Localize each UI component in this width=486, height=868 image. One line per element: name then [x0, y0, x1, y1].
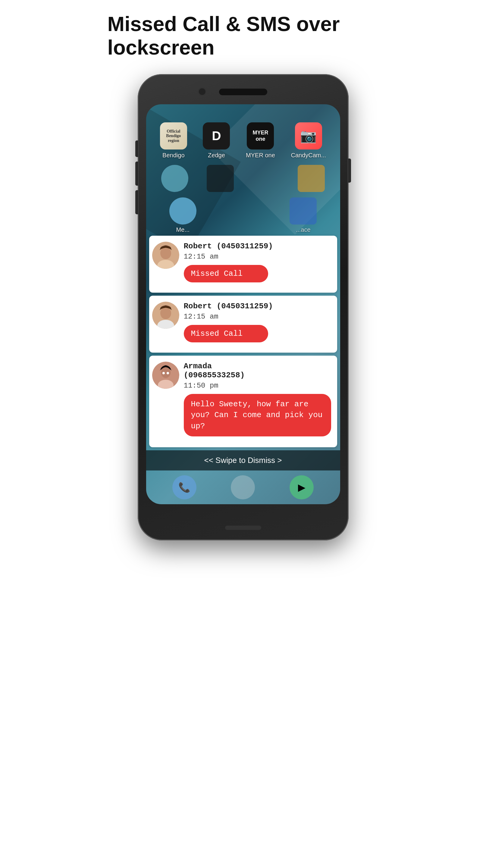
svg-point-7 — [161, 367, 170, 378]
mid-app-2[interactable]: ...ace — [290, 197, 317, 233]
volume-up-button — [135, 161, 138, 186]
volume-silent-button — [135, 141, 138, 157]
notif-2-time: 12:15 am — [184, 313, 331, 321]
dock-other[interactable]: ▶ — [290, 475, 314, 499]
svg-point-1 — [160, 247, 171, 259]
avatar-robert-1 — [152, 242, 179, 269]
notif-1-name: Robert (0450311259) — [184, 242, 331, 251]
phone-speaker — [219, 89, 267, 95]
mid-icon-4[interactable] — [298, 165, 325, 192]
notification-card-3[interactable]: Armada (09685533258) 11:50 pm Hello Swee… — [149, 355, 337, 447]
bendigo-label: Bendigo — [162, 152, 184, 159]
svg-point-10 — [167, 372, 169, 374]
notifications-container: Robert (0450311259) 12:15 am Missed Call — [146, 236, 340, 447]
swipe-dismiss-bar[interactable]: << Swipe to Dismiss > — [146, 450, 340, 470]
notif-3-time: 11:50 pm — [184, 381, 331, 390]
notif-2-name: Robert (0450311259) — [184, 302, 331, 311]
notif-2-content: Robert (0450311259) 12:15 am Missed Call — [184, 302, 331, 352]
notif-1-content: Robert (0450311259) 12:15 am Missed Call — [184, 242, 331, 293]
app-icon-bendigo[interactable]: OfficialBendigoregion Bendigo — [160, 122, 187, 159]
mid-spacer — [231, 197, 255, 233]
mid-app-1[interactable]: Me... — [169, 197, 196, 233]
app-icons-row: OfficialBendigoregion Bendigo D Zedge MY… — [146, 104, 340, 162]
myer-icon: MYERone — [247, 122, 274, 150]
power-button — [348, 158, 351, 183]
zedge-label: Zedge — [208, 152, 225, 159]
app-icon-zedge[interactable]: D Zedge — [203, 122, 230, 159]
phone-shell: OfficialBendigoregion Bendigo D Zedge MY… — [138, 74, 349, 540]
page-title: Missed Call & SMS over lockscreen — [107, 12, 379, 59]
volume-down-button — [135, 190, 138, 214]
avatar-armada — [152, 362, 179, 389]
home-button[interactable] — [225, 526, 261, 530]
myer-label: MYER one — [246, 152, 275, 159]
candy-icon: 📷 — [295, 122, 322, 150]
svg-point-9 — [162, 372, 165, 374]
phone-screen: OfficialBendigoregion Bendigo D Zedge MY… — [146, 104, 340, 504]
mid-icon-2[interactable] — [207, 165, 234, 192]
bottom-dock: 📞 ▶ — [146, 470, 340, 504]
bendigo-icon: OfficialBendigoregion — [160, 122, 187, 150]
notif-1-time: 12:15 am — [184, 253, 331, 261]
zedge-icon: D — [203, 122, 230, 150]
candy-label: CandyCam... — [291, 152, 326, 159]
mid-icons-row-2: Me... ...ace — [146, 195, 340, 236]
mid-icon-1[interactable] — [161, 165, 188, 192]
avatar-robert-2 — [152, 302, 179, 329]
app-icon-myer[interactable]: MYERone MYER one — [246, 122, 275, 159]
phone-camera — [198, 87, 206, 96]
notification-card-1[interactable]: Robert (0450311259) 12:15 am Missed Call — [149, 236, 337, 293]
app-icon-candy[interactable]: 📷 CandyCam... — [291, 122, 326, 159]
notif-3-name: Armada (09685533258) — [184, 362, 331, 380]
dock-phone[interactable]: 📞 — [172, 475, 196, 499]
dock-center[interactable] — [231, 475, 255, 499]
notif-3-sms-bubble[interactable]: Hello Sweety, how far are you? Can I com… — [184, 394, 331, 436]
svg-point-4 — [160, 307, 171, 319]
notif-1-badge[interactable]: Missed Call — [184, 265, 268, 282]
swipe-dismiss-text: << Swipe to Dismiss > — [204, 456, 282, 465]
notification-card-2[interactable]: Robert (0450311259) 12:15 am Missed Call — [149, 296, 337, 352]
mid-icons-row-1 — [146, 162, 340, 195]
notif-3-content: Armada (09685533258) 11:50 pm Hello Swee… — [184, 362, 331, 447]
notif-2-badge[interactable]: Missed Call — [184, 325, 268, 342]
